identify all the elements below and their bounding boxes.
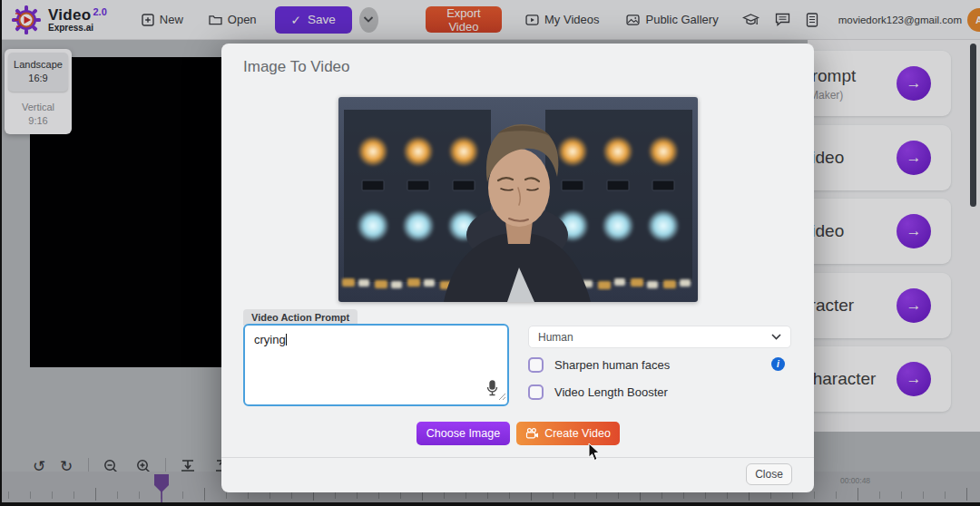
checkbox-label: Video Length Booster (554, 385, 668, 399)
preview-image (338, 97, 698, 302)
movie-camera-icon (525, 428, 539, 439)
checkbox-unchecked[interactable] (528, 357, 544, 373)
info-glyph: i (777, 359, 779, 369)
sharpen-faces-checkbox-row[interactable]: Sharpen human faces (528, 355, 670, 374)
video-action-prompt-input[interactable]: crying (243, 324, 509, 406)
choose-image-label: Choose Image (426, 427, 500, 440)
prompt-text: crying (254, 333, 286, 346)
close-label: Close (755, 468, 783, 481)
screen-edge (0, 502, 980, 506)
category-select[interactable]: Human (528, 326, 791, 348)
length-booster-checkbox-row[interactable]: Video Length Booster (528, 383, 668, 401)
image-to-video-modal: Image To Video (221, 44, 814, 492)
resize-handle-icon[interactable] (498, 390, 506, 404)
screen-edge (0, 0, 2, 506)
modal-divider (221, 457, 814, 458)
checkbox-unchecked[interactable] (528, 384, 544, 400)
text-caret (286, 334, 288, 345)
chevron-down-icon (771, 334, 781, 340)
close-button[interactable]: Close (746, 463, 792, 485)
checkbox-label: Sharpen human faces (554, 358, 670, 372)
create-video-label: Create Video (544, 427, 611, 440)
info-icon[interactable]: i (771, 357, 785, 371)
create-video-button[interactable]: Create Video (516, 422, 620, 445)
choose-image-button[interactable]: Choose Image (416, 422, 510, 445)
microphone-icon[interactable] (486, 380, 498, 399)
modal-title: Image To Video (243, 58, 350, 76)
category-value: Human (538, 331, 771, 344)
